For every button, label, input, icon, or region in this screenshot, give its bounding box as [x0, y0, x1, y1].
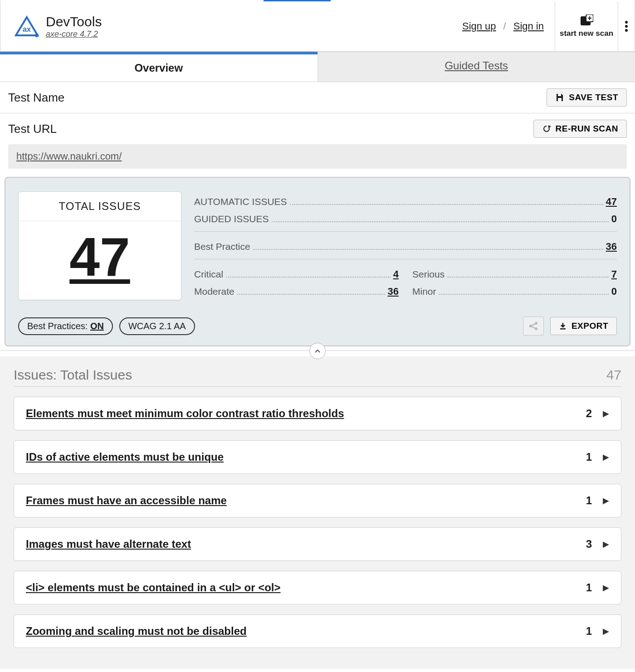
chevron-right-icon: ▶: [603, 496, 609, 506]
automatic-issues-value[interactable]: 47: [606, 196, 617, 208]
issue-label: <li> elements must be contained in a <ul…: [26, 581, 281, 594]
issue-item[interactable]: <li> elements must be contained in a <ul…: [14, 571, 621, 604]
save-test-label: SAVE TEST: [569, 93, 618, 102]
issue-label: Zooming and scaling must not be disabled: [26, 625, 247, 638]
chevron-right-icon: ▶: [603, 539, 609, 549]
issue-label: Elements must meet minimum color contras…: [26, 407, 344, 420]
issue-label: IDs of active elements must be unique: [26, 451, 224, 463]
svg-point-7: [625, 21, 628, 24]
issue-count: 1: [586, 494, 592, 507]
issue-count: 1: [586, 625, 592, 638]
issue-count: 1: [586, 451, 592, 463]
automatic-issues-label: AUTOMATIC ISSUES: [194, 196, 287, 207]
share-icon: [528, 321, 538, 331]
total-issues-card: TOTAL ISSUES 47: [18, 191, 181, 300]
total-issues-count[interactable]: 47: [19, 221, 181, 297]
issues-total-count: 47: [606, 367, 621, 383]
save-test-button[interactable]: SAVE TEST: [547, 88, 627, 107]
moderate-value[interactable]: 36: [388, 286, 399, 297]
total-issues-heading: TOTAL ISSUES: [19, 192, 181, 221]
issues-list: Elements must meet minimum color contras…: [14, 397, 621, 648]
wcag-level-pill[interactable]: WCAG 2.1 AA: [119, 317, 195, 335]
brand-title: DevTools: [46, 14, 102, 29]
collapse-toggle[interactable]: [309, 343, 326, 359]
svg-rect-18: [560, 328, 566, 330]
chevron-right-icon: ▶: [603, 409, 609, 419]
brand: ax DevTools axe-core 4.7.2: [0, 1, 451, 51]
svg-line-16: [532, 324, 535, 326]
svg-rect-10: [558, 94, 561, 96]
tab-overview[interactable]: Overview: [0, 52, 318, 82]
more-menu-button[interactable]: [618, 1, 635, 51]
summary-panel: TOTAL ISSUES 47 AUTOMATIC ISSUES 47 GUID…: [5, 177, 630, 346]
chevron-right-icon: ▶: [603, 626, 609, 636]
rerun-label: RE-RUN SCAN: [556, 124, 619, 134]
svg-marker-12: [548, 125, 551, 128]
chevron-right-icon: ▶: [603, 583, 609, 593]
axe-logo-icon: ax: [14, 15, 39, 37]
test-url-link[interactable]: https://www.naukri.com/: [16, 151, 122, 162]
issues-title: Issues: Total Issues: [14, 367, 132, 383]
best-practice-value[interactable]: 36: [606, 241, 617, 253]
svg-point-8: [625, 25, 628, 28]
issues-section: Issues: Total Issues 47 Elements must me…: [0, 356, 635, 669]
refresh-icon: [542, 124, 551, 133]
chevron-up-icon: [314, 349, 321, 353]
signin-link[interactable]: Sign in: [513, 20, 544, 32]
download-icon: [559, 322, 567, 330]
issue-count: 1: [586, 581, 592, 594]
issue-label: Images must have alternate text: [26, 538, 191, 550]
chevron-right-icon: ▶: [603, 452, 609, 462]
start-new-scan-button[interactable]: start new scan: [555, 1, 618, 51]
url-bar: https://www.naukri.com/: [8, 144, 627, 169]
bp-pill-state: ON: [90, 321, 104, 331]
issue-item[interactable]: IDs of active elements must be unique1▶: [14, 440, 621, 474]
rerun-scan-button[interactable]: RE-RUN SCAN: [533, 120, 627, 138]
auth-links: Sign up / Sign in: [451, 1, 555, 51]
collapse-handle-row: [0, 346, 635, 356]
export-button[interactable]: EXPORT: [550, 317, 617, 335]
serious-value[interactable]: 7: [611, 268, 617, 280]
best-practices-toggle[interactable]: Best Practices: ON: [18, 317, 113, 335]
svg-line-17: [532, 326, 535, 328]
moderate-label: Moderate: [194, 286, 234, 297]
svg-text:ax: ax: [23, 25, 31, 33]
issue-item[interactable]: Zooming and scaling must not be disabled…: [14, 614, 621, 648]
guided-issues-label: GUIDED ISSUES: [194, 214, 269, 224]
svg-point-2: [35, 34, 39, 37]
test-name-row: Test Name SAVE TEST: [0, 82, 635, 113]
minor-label: Minor: [412, 286, 436, 297]
stats-block: AUTOMATIC ISSUES 47 GUIDED ISSUES 0 Best…: [194, 191, 617, 300]
new-scan-label: start new scan: [560, 29, 613, 38]
test-url-label: Test URL: [8, 122, 57, 136]
serious-label: Serious: [412, 269, 444, 280]
issue-count: 3: [586, 538, 592, 550]
tab-guided-tests[interactable]: Guided Tests: [318, 52, 635, 82]
share-button[interactable]: [523, 317, 544, 336]
new-scan-icon: [580, 15, 593, 26]
test-name-label: Test Name: [8, 91, 64, 105]
signup-link[interactable]: Sign up: [462, 20, 496, 32]
guided-issues-value: 0: [611, 213, 617, 225]
bp-pill-label: Best Practices:: [27, 321, 90, 331]
kebab-icon: [625, 21, 628, 32]
best-practice-label: Best Practice: [194, 241, 250, 252]
issue-item[interactable]: Elements must meet minimum color contras…: [14, 397, 621, 430]
auth-separator: /: [503, 20, 506, 32]
issue-count: 2: [586, 407, 592, 420]
issue-label: Frames must have an accessible name: [26, 494, 227, 507]
issue-item[interactable]: Frames must have an accessible name1▶: [14, 484, 621, 517]
svg-point-9: [625, 29, 628, 32]
test-url-row: Test URL RE-RUN SCAN: [0, 113, 635, 144]
minor-value: 0: [611, 286, 617, 297]
topbar: ax DevTools axe-core 4.7.2 Sign up / Sig…: [0, 0, 635, 52]
brand-subtitle[interactable]: axe-core 4.7.2: [46, 29, 102, 39]
issue-item[interactable]: Images must have alternate text3▶: [14, 527, 621, 561]
export-label: EXPORT: [572, 321, 608, 331]
top-accent: [264, 0, 331, 1]
svg-rect-11: [558, 98, 562, 101]
critical-label: Critical: [194, 269, 223, 280]
main-tabs: Overview Guided Tests: [0, 52, 635, 82]
save-icon: [555, 93, 564, 102]
critical-value[interactable]: 4: [393, 268, 399, 280]
